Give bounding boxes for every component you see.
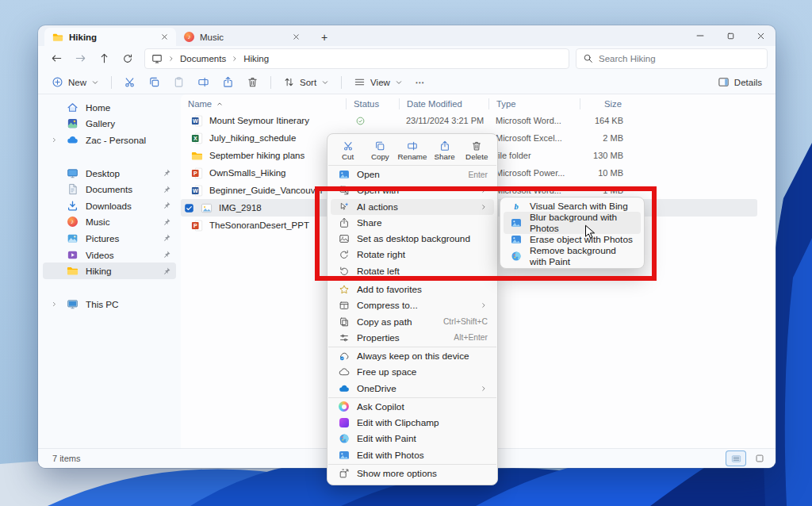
details-pane-icon <box>718 76 730 88</box>
tab-music[interactable]: ♪ Music <box>176 28 308 46</box>
share-button[interactable] <box>216 73 239 92</box>
menu-item-open-with[interactable]: Open with <box>331 182 494 198</box>
submenu-item-remove-background-with-paint[interactable]: Remove background with Paint <box>504 245 641 267</box>
minimize-button[interactable] <box>685 25 715 46</box>
delete-button[interactable] <box>241 73 264 92</box>
menu-item-set-as-desktop-background[interactable]: Set as desktop background <box>331 231 494 247</box>
sidebar-item-desktop[interactable]: Desktop <box>43 165 176 182</box>
refresh-button[interactable] <box>117 49 138 68</box>
sidebar-item-videos[interactable]: Videos <box>43 247 176 263</box>
menu-item-edit-with-clipchamp[interactable]: Edit with Clipchamp <box>331 415 494 431</box>
tab-close-icon[interactable] <box>290 32 301 43</box>
menu-item-ask-copilot[interactable]: Ask Copilot <box>331 399 494 415</box>
menu-item-open[interactable]: OpenEnter <box>331 167 494 182</box>
sidebar-item-documents[interactable]: Documents <box>43 181 176 197</box>
address-bar[interactable]: Documents Hiking <box>144 48 569 69</box>
menu-item-ai-actions[interactable]: AI actions <box>331 199 494 215</box>
new-button[interactable]: New <box>46 73 105 92</box>
desktop-icon <box>67 167 79 179</box>
menu-item-add-to-favorites[interactable]: Add to favorites <box>331 282 494 297</box>
row-checkbox[interactable] <box>184 203 194 213</box>
paste-button[interactable] <box>167 73 190 92</box>
menu-item-show-more-options[interactable]: Show more options <box>331 466 494 481</box>
ppt-icon: P <box>191 167 203 179</box>
sidebar-item-label: Documents <box>86 184 155 194</box>
maximize-button[interactable] <box>715 25 745 46</box>
sort-label: Sort <box>300 78 316 87</box>
synced-icon <box>355 116 366 126</box>
up-icon <box>98 52 110 64</box>
rename-button[interactable] <box>192 73 215 92</box>
sidebar-item-pictures[interactable]: Pictures <box>43 230 176 247</box>
expander-chevron-icon[interactable] <box>49 301 59 308</box>
sort-button[interactable]: Sort <box>278 73 335 92</box>
details-view-toggle[interactable] <box>726 451 745 466</box>
up-button[interactable] <box>94 49 114 68</box>
sidebar-item-downloads[interactable]: Downloads <box>43 197 176 214</box>
copy-button[interactable]: Copy <box>365 138 395 163</box>
file-name: July_hiking_schedule <box>209 133 296 143</box>
breadcrumb-documents[interactable]: Documents <box>180 54 226 63</box>
menu-item-edit-with-paint[interactable]: Edit with Paint <box>331 431 494 447</box>
menu-item-properties[interactable]: PropertiesAlt+Enter <box>331 330 494 346</box>
rename-button[interactable]: Rename <box>397 138 427 163</box>
menu-item-share[interactable]: Share <box>331 215 494 231</box>
menu-item-rotate-left[interactable]: Rotate left <box>331 263 494 279</box>
toolbar-separator <box>111 76 112 89</box>
details-pane-button[interactable]: Details <box>712 73 768 92</box>
menu-item-label: Add to favorites <box>357 284 488 295</box>
submenu-item-blur-background-with-photos[interactable]: Blur background with Photos <box>504 212 641 234</box>
submenu-item-visual-search-with-bing[interactable]: bVisual Search with Bing <box>504 201 641 212</box>
file-row-mount-seymour-itinerary[interactable]: WMount Seymour Itinerary23/11/2024 3:21 … <box>181 112 757 129</box>
compress-icon <box>339 300 350 311</box>
menu-item-rotate-right[interactable]: Rotate right <box>331 247 494 263</box>
sort-icon <box>283 76 295 88</box>
new-tab-button[interactable]: + <box>316 29 333 46</box>
sidebar-item-home[interactable]: Home <box>43 99 176 116</box>
column-header-date-modified[interactable]: Date Modified <box>399 98 488 109</box>
sidebar-item-this-pc[interactable]: This PC <box>43 296 176 312</box>
column-header-name[interactable]: Name <box>181 98 346 109</box>
tab-close-icon[interactable] <box>159 32 170 43</box>
vlist-icon <box>730 453 742 465</box>
menu-item-always-keep-on-this-device[interactable]: Always keep on this device <box>331 348 494 364</box>
quick-action-label: Share <box>435 152 455 161</box>
column-header-status[interactable]: Status <box>346 98 399 109</box>
column-header-size[interactable]: Size <box>580 98 625 109</box>
tab-label: Hiking <box>69 33 153 42</box>
menu-item-edit-with-photos[interactable]: Edit with Photos <box>331 447 494 463</box>
tab-hiking[interactable]: Hiking <box>44 28 176 46</box>
sidebar-item-music[interactable]: ♪Music <box>43 214 176 231</box>
copy-button[interactable] <box>143 73 166 92</box>
cut-button[interactable]: Cut <box>333 138 363 163</box>
view-button[interactable]: View <box>348 73 408 92</box>
rotate-right-icon <box>339 249 350 260</box>
cut-button[interactable] <box>118 73 141 92</box>
sidebar-item-zac-personal[interactable]: Zac - Personal <box>43 132 176 148</box>
menu-item-onedrive[interactable]: OneDrive <box>331 380 494 396</box>
breadcrumb-hiking[interactable]: Hiking <box>243 54 269 63</box>
sidebar-item-hiking[interactable]: Hiking <box>43 263 176 279</box>
menu-item-copy-as-path[interactable]: Copy as pathCtrl+Shift+C <box>331 313 494 329</box>
back-button[interactable] <box>46 49 67 68</box>
expander-chevron-icon[interactable] <box>49 136 59 144</box>
search-input[interactable]: Search Hiking <box>576 48 768 69</box>
thumbnail-view-toggle[interactable] <box>750 451 769 466</box>
rename-icon <box>197 76 209 88</box>
menu-item-free-up-space[interactable]: Free up space <box>331 364 494 380</box>
close-button[interactable] <box>745 25 776 46</box>
forward-button[interactable] <box>70 49 90 68</box>
more-options-button[interactable]: ⋯ <box>410 73 431 92</box>
sidebar-item-gallery[interactable]: Gallery <box>43 116 176 132</box>
submenu-item-erase-object-with-photos[interactable]: Erase object with Photos <box>504 234 641 245</box>
menu-item-compress-to-[interactable]: Compress to... <box>331 297 494 313</box>
share-icon <box>222 76 234 88</box>
context-menu: CutCopyRenameShareDeleteOpenEnterOpen wi… <box>327 133 498 485</box>
column-header-type[interactable]: Type <box>488 98 580 109</box>
delete-button[interactable]: Delete <box>462 138 492 163</box>
menu-item-label: OneDrive <box>357 383 480 394</box>
properties-icon <box>339 332 350 343</box>
share-button[interactable]: Share <box>430 138 460 163</box>
del-icon <box>247 76 259 88</box>
menu-item-label: AI actions <box>357 201 480 213</box>
